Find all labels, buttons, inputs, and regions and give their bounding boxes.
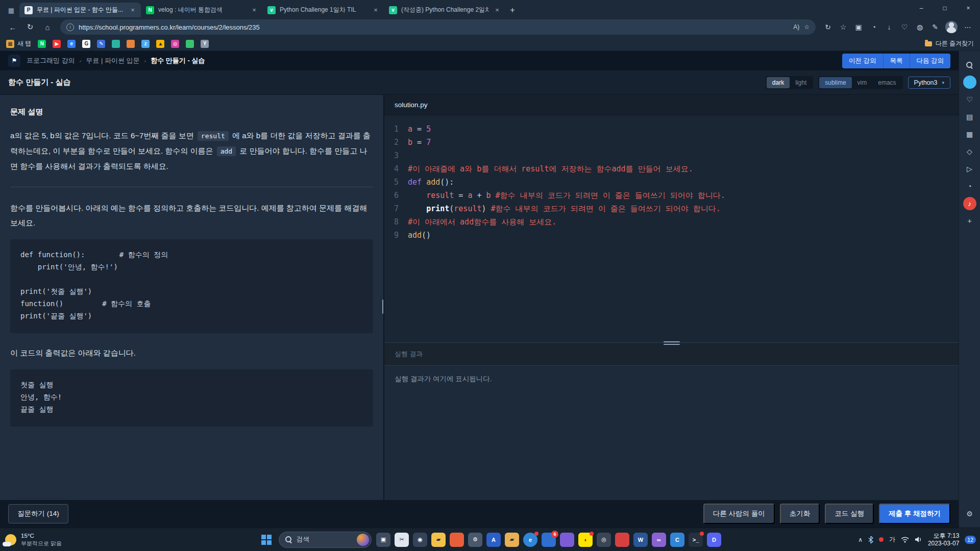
taskbar-visual-studio-icon[interactable]: ∞ <box>652 533 666 547</box>
site-info-icon[interactable]: i <box>66 23 74 31</box>
taskbar-word-icon[interactable]: W <box>633 533 648 547</box>
taskbar-vscode-icon[interactable]: C <box>670 533 684 547</box>
notification-count-badge[interactable]: 12 <box>965 536 976 544</box>
sidebar-add-icon[interactable]: + <box>963 214 976 228</box>
taskbar-kakaotalk-icon[interactable]: ◗ <box>578 533 593 547</box>
ime-indicator[interactable]: 가 <box>889 535 895 544</box>
tab-close-icon[interactable] <box>250 6 258 14</box>
lesson-nav-button[interactable]: 이전 강의 <box>842 54 883 68</box>
recording-icon[interactable] <box>879 537 884 542</box>
taskbar-search[interactable]: 검색 <box>279 532 372 548</box>
sidebar-favorites-icon[interactable]: ♡ <box>963 93 976 106</box>
programmers-logo[interactable]: ⚑ <box>8 55 20 67</box>
tray-expand-icon[interactable] <box>858 536 863 543</box>
notifications-icon[interactable] <box>913 20 927 34</box>
back-button[interactable] <box>5 19 20 35</box>
reset-button[interactable]: 초기화 <box>780 504 820 524</box>
option-dark[interactable]: dark <box>767 77 790 88</box>
editor-file-tab[interactable]: solution.py <box>384 95 959 115</box>
web-capture-icon[interactable] <box>928 20 942 34</box>
option-emacs[interactable]: emacs <box>872 77 901 88</box>
sidebar-settings-icon[interactable] <box>963 507 976 520</box>
code-line[interactable]: 5def add(): <box>384 176 959 189</box>
tab-actions-icon[interactable] <box>3 3 19 17</box>
profile-avatar[interactable] <box>945 21 958 33</box>
browser-tab[interactable]: vPython Challenge 1일차 TIL <box>262 3 384 17</box>
close-button[interactable] <box>957 0 980 16</box>
sidebar-search-icon[interactable] <box>963 58 976 71</box>
sidebar-music-icon[interactable]: ♪ <box>963 197 976 210</box>
favorites-icon[interactable] <box>836 20 850 34</box>
tab-close-icon[interactable] <box>372 6 380 14</box>
others-solutions-button[interactable]: 다른 사람의 풀이 <box>703 504 775 524</box>
code-line[interactable]: 7 print(result) #함수 내부의 코드가 되려면 이 줄은 들여쓰… <box>384 202 959 215</box>
downloads-icon[interactable] <box>882 20 896 34</box>
tab-close-icon[interactable] <box>129 6 137 14</box>
refresh-button[interactable] <box>22 19 38 35</box>
browser-tab[interactable]: v(작성중) Python Challenge 2일차... <box>384 3 505 17</box>
bookmark-item[interactable]: ◎ <box>171 40 179 48</box>
browser-essentials-icon[interactable] <box>897 20 912 34</box>
history-icon[interactable] <box>867 20 881 34</box>
code-line[interactable]: 9add() <box>384 229 959 242</box>
taskbar-settings-app-icon[interactable]: ⚙ <box>468 533 482 547</box>
bookmark-item[interactable]: e <box>67 40 76 48</box>
code-line[interactable]: 6 result = a + b #함수 내부의 코드가 되려면 이 줄은 들여… <box>384 189 959 202</box>
taskbar-folder-app-icon[interactable]: ▰ <box>505 533 519 547</box>
code-line[interactable]: 2b = 7 <box>384 136 959 149</box>
taskbar-file-explorer-icon[interactable]: ▰ <box>431 533 446 547</box>
taskbar-snipping-tool-icon[interactable]: ✂ <box>395 533 409 547</box>
taskbar-edge-browser-icon[interactable]: e <box>523 533 537 547</box>
sidebar-designer-icon[interactable]: ◇ <box>963 145 976 158</box>
browser-tab[interactable]: P무료 | 파이썬 입문 - 함수 만들... <box>19 3 141 17</box>
taskbar-camera-app-icon[interactable]: ◉ <box>413 533 427 547</box>
bookmark-item[interactable]: N <box>38 40 46 48</box>
code-line[interactable]: 4#이 아래줄에 a와 b를 더해서 result에 저장하는 함수add를 만… <box>384 162 959 176</box>
settings-menu-icon[interactable] <box>961 20 975 34</box>
taskbar-camera-social-app-icon[interactable]: ◎ <box>597 533 611 547</box>
weather-widget[interactable]: 15°C 부분적으로 맑음 <box>5 532 62 547</box>
network-icon[interactable] <box>901 537 909 543</box>
sidebar-copilot-icon[interactable] <box>963 76 976 89</box>
tab-close-icon[interactable] <box>493 6 501 14</box>
option-vim[interactable]: vim <box>852 77 873 88</box>
taskbar-chat-app-icon[interactable]: 6 <box>542 533 556 547</box>
code-editor[interactable]: 1a = 52b = 734#이 아래줄에 a와 b를 더해서 result에 … <box>384 115 959 342</box>
bookmark-item[interactable] <box>112 40 120 48</box>
bookmark-item[interactable] <box>127 40 135 48</box>
bookmark-item[interactable]: Y <box>201 40 209 48</box>
option-sublime[interactable]: sublime <box>819 77 851 88</box>
code-line[interactable]: 8#이 아래에서 add함수를 사용해 보세요. <box>384 215 959 229</box>
code-line[interactable]: 1a = 5 <box>384 122 959 136</box>
submit-button[interactable]: 제출 후 채점하기 <box>879 504 950 524</box>
taskbar-discord-icon[interactable]: D <box>707 533 721 547</box>
sidebar-drop-icon[interactable]: ◔ <box>963 180 976 193</box>
bluetooth-icon[interactable] <box>868 536 873 543</box>
favorite-star-icon[interactable] <box>804 23 810 31</box>
panel-resize-handle[interactable] <box>380 296 384 317</box>
sidebar-games-icon[interactable]: ▷ <box>963 162 976 176</box>
bookmark-item[interactable] <box>186 40 194 48</box>
bookmark-item[interactable]: z <box>141 40 150 48</box>
question-button[interactable]: 질문하기 (14) <box>8 504 68 523</box>
bookmark-item[interactable]: G <box>82 40 90 48</box>
read-aloud-icon[interactable] <box>793 23 799 31</box>
taskbar-clock[interactable]: 오후 7:13 2023-03-07 <box>928 532 959 547</box>
start-button[interactable] <box>259 532 274 547</box>
breadcrumb-item[interactable]: 무료 | 파이썬 입문 <box>86 56 139 65</box>
taskbar-terminal-icon[interactable]: >_ <box>689 533 703 547</box>
new-tab-button[interactable] <box>505 3 520 17</box>
address-bar[interactable]: i https://school.programmers.co.kr/learn… <box>60 19 816 35</box>
browser-tab[interactable]: Nvelog : 네이버 통합검색 <box>141 3 262 17</box>
taskbar-purple-app-icon[interactable] <box>560 533 574 547</box>
result-resize-handle[interactable] <box>662 339 682 346</box>
bookmark-item[interactable]: ▦새 탭 <box>6 39 31 48</box>
sync-icon[interactable] <box>821 20 835 34</box>
option-light[interactable]: light <box>790 77 812 88</box>
breadcrumb-item[interactable]: 프로그래밍 강의 <box>27 56 75 65</box>
taskbar-blue-tool-app-icon[interactable]: A <box>486 533 501 547</box>
other-favorites-button[interactable]: 다른 즐겨찾기 <box>925 39 974 48</box>
taskbar-orange-app-icon[interactable] <box>450 533 464 547</box>
taskbar-red-app-icon[interactable] <box>615 533 629 547</box>
code-line[interactable]: 3 <box>384 149 959 162</box>
